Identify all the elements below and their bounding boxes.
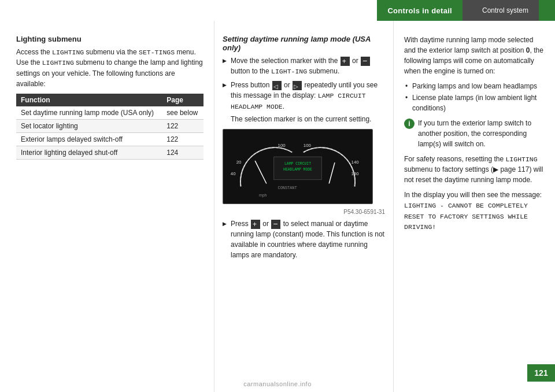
lighting-safety-code: LIGHTING <box>505 156 537 163</box>
svg-text:CONSTANT: CONSTANT <box>278 186 297 190</box>
control-system-label: Control system <box>462 0 555 21</box>
table-row: Exterior lamps delayed switch-off <box>16 132 162 146</box>
table-header-function: Function <box>16 94 162 106</box>
daytime-steps-2: Press or to select manual or daytime run… <box>223 219 385 260</box>
info-icon: i <box>404 119 415 129</box>
lamp-item-1: Parking lamps and low beam headlamps <box>404 81 545 91</box>
nav-right-icon <box>293 81 302 90</box>
watermark: carmanualsonline.info <box>243 380 312 387</box>
daytime-steps: Move the selection marker with the or bu… <box>223 56 385 124</box>
plus-button-icon-2 <box>251 220 260 229</box>
svg-text:100: 100 <box>304 142 312 147</box>
dash-caption: P54.30-6591-31 <box>223 209 385 215</box>
table-page: 124 <box>162 146 204 159</box>
dashboard-image: 20 40 100 140 160 100 LAMP CIRCUIT HEADL… <box>223 129 373 204</box>
svg-text:140: 140 <box>352 160 360 165</box>
selection-note: The selection marker is on the current s… <box>231 114 385 124</box>
factory-reset-code: LIGHTING - CANNOT BE COM­PLETELY RESET T… <box>404 202 528 231</box>
table-row: Interior lighting delayed shut-off <box>16 146 162 159</box>
display-text: In the display you will then see the mes… <box>404 190 545 232</box>
minus-button-icon-2 <box>271 220 280 229</box>
svg-text:100: 100 <box>278 142 286 147</box>
svg-text:mph: mph <box>259 193 267 198</box>
table-row: Set daytime running lamp mode (USA only) <box>16 106 162 120</box>
lighting-submenu-title: Lighting submenu <box>16 35 204 43</box>
step-2: Press button or repeatedly until you see… <box>223 80 385 124</box>
lighting-intro: Access the LIGHTING submenu via the SET‑… <box>16 47 204 89</box>
daytime-title-italic: Setting daytime running lamp mode (USA o… <box>223 35 371 52</box>
info-text: If you turn the exterior lamp switch to … <box>418 118 545 149</box>
lamp-circuit-code: LAMP CIRCUIT HEADLAMP MODE <box>231 92 366 110</box>
lighting-submenu-code: LIGHT‑ING <box>271 68 307 75</box>
header-bar: Controls in detail Control system <box>0 0 555 21</box>
table-header-page: Page <box>162 94 204 106</box>
svg-text:HEADLAMP MODE: HEADLAMP MODE <box>283 168 312 172</box>
table-page: 122 <box>162 119 204 132</box>
right-intro: With daytime running lamp mode selected … <box>404 35 545 76</box>
lighting-code-2: LIGHTING <box>42 59 74 66</box>
lamp-list: Parking lamps and low beam headlamps Lic… <box>404 81 545 113</box>
nav-left-icon <box>272 81 282 90</box>
position-zero: 0 <box>526 46 530 54</box>
svg-text:40: 40 <box>231 171 236 176</box>
table-page: see below <box>162 106 204 120</box>
lamp-item-2: License plate lamps (in low ambient ligh… <box>404 93 545 113</box>
daytime-running-title: Setting daytime running lamp mode (USA o… <box>223 35 385 52</box>
left-column: Lighting submenu Access the LIGHTING sub… <box>0 21 214 392</box>
function-table: Function Page Set daytime running lamp m… <box>16 94 204 160</box>
safety-text: For safety reasons, resetting the LIGHTI… <box>404 154 545 185</box>
right-column: With daytime running lamp mode selected … <box>393 21 555 392</box>
controls-in-detail-label: Controls in detail <box>377 0 462 21</box>
minus-button-icon <box>361 57 370 66</box>
step-3: Press or to select manual or daytime run… <box>223 219 385 260</box>
middle-column: Setting daytime running lamp mode (USA o… <box>214 21 393 392</box>
settings-code: SET‑TINGS <box>139 49 175 56</box>
content-area: Lighting submenu Access the LIGHTING sub… <box>0 21 555 392</box>
plus-button-icon <box>341 57 350 66</box>
svg-text:LAMP CIRCUIT: LAMP CIRCUIT <box>284 162 311 166</box>
step-1: Move the selection marker with the or bu… <box>223 56 385 76</box>
svg-text:160: 160 <box>352 171 360 176</box>
svg-text:20: 20 <box>236 160 242 165</box>
info-box-1: i If you turn the exterior lamp switch t… <box>404 118 545 149</box>
lighting-code-1: LIGHTING <box>52 49 84 56</box>
table-row: Set locator lighting <box>16 119 162 132</box>
table-page: 122 <box>162 132 204 146</box>
